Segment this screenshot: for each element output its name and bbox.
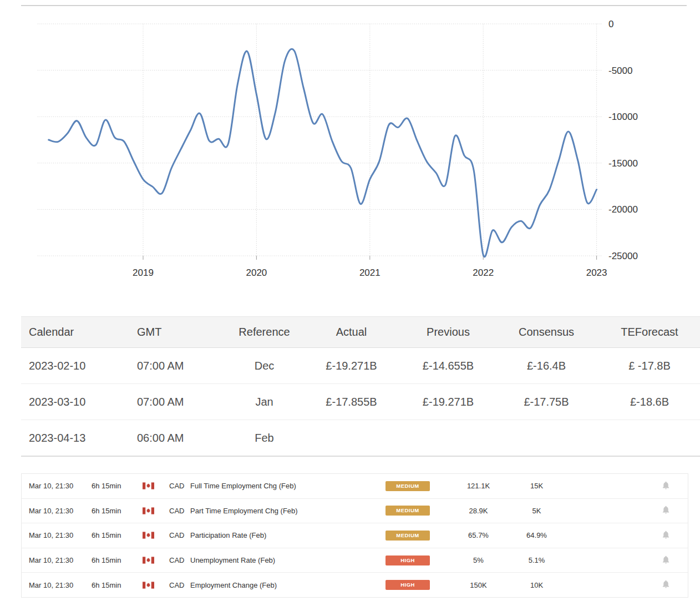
col-header-gmt: GMT — [133, 317, 224, 348]
actual-cell: £-17.855B — [305, 384, 398, 420]
event-row: Mar 10, 21:306h 15minCADParticipation Ra… — [22, 523, 688, 548]
bell-icon[interactable] — [661, 555, 671, 564]
x-axis-label: 2023 — [586, 267, 607, 278]
canada-flag-icon — [143, 532, 154, 539]
event-actual-value: 121.1K — [449, 482, 508, 490]
calendar-date-cell: 2023-02-10 — [21, 348, 133, 384]
actual-cell: £-19.271B — [305, 348, 398, 384]
event-consensus-value: 64.9% — [508, 531, 566, 539]
event-currency: CAD — [164, 556, 190, 564]
event-flag — [139, 557, 164, 564]
calendar-table-body: 2023-02-1007:00 AMDec£-19.271B£-14.655B£… — [21, 348, 700, 457]
reference-cell: Feb — [224, 420, 305, 457]
bell-icon[interactable] — [661, 579, 671, 589]
importance-badge: HIGH — [385, 556, 430, 565]
previous-cell: £-19.271B — [398, 384, 499, 420]
event-actual-value: 28.9K — [449, 507, 508, 515]
event-datetime: Mar 10, 21:30 — [29, 581, 92, 589]
calendar-table-header-row: Calendar GMT Reference Actual Previous C… — [21, 317, 700, 348]
importance-badge-cell: HIGH — [366, 580, 449, 590]
event-title[interactable]: Employment Change (Feb) — [190, 581, 366, 589]
event-datetime: Mar 10, 21:30 — [29, 556, 92, 564]
col-header-reference: Reference — [224, 317, 305, 348]
bell-icon[interactable] — [661, 530, 671, 539]
col-header-teforecast: TEForecast — [594, 317, 700, 348]
event-flag — [139, 532, 164, 539]
event-actual-value: 5% — [449, 556, 508, 564]
event-flag — [139, 507, 164, 514]
y-axis-label: -5000 — [608, 65, 632, 76]
event-title[interactable]: Part Time Employment Chg (Feb) — [190, 507, 366, 515]
col-header-consensus: Consensus — [499, 317, 594, 348]
y-axis-label: 0 — [608, 19, 613, 29]
col-header-calendar: Calendar — [21, 317, 133, 348]
event-currency: CAD — [164, 531, 190, 539]
bell-icon[interactable] — [661, 481, 671, 490]
event-datetime: Mar 10, 21:30 — [29, 482, 92, 490]
importance-badge: MEDIUM — [385, 481, 430, 491]
teforecast-cell — [594, 420, 700, 457]
event-row: Mar 10, 21:306h 15minCADFull Time Employ… — [22, 474, 688, 498]
consensus-cell: £-17.75B — [499, 384, 594, 420]
x-axis-label: 2022 — [473, 267, 494, 278]
event-datetime: Mar 10, 21:30 — [29, 531, 92, 539]
event-currency: CAD — [164, 581, 190, 589]
event-alert-button[interactable] — [649, 481, 682, 492]
event-flag — [139, 482, 164, 489]
events-list: Mar 10, 21:306h 15minCADFull Time Employ… — [21, 473, 688, 598]
y-axis-label: -25000 — [608, 251, 638, 261]
event-title[interactable]: Participation Rate (Feb) — [190, 531, 366, 539]
x-axis-label: 2021 — [359, 267, 381, 278]
event-datetime: Mar 10, 21:30 — [29, 507, 92, 515]
event-row: Mar 10, 21:306h 15minCADUnemployment Rat… — [22, 548, 688, 573]
canada-flag-icon — [143, 557, 154, 564]
importance-badge: MEDIUM — [385, 506, 430, 516]
y-axis-label: -10000 — [608, 112, 638, 122]
event-currency: CAD — [164, 482, 190, 490]
chart-line — [49, 49, 597, 256]
event-alert-button[interactable] — [649, 579, 682, 590]
y-axis-label: -15000 — [608, 158, 638, 169]
canada-flag-icon — [143, 507, 154, 514]
event-flag — [139, 582, 164, 589]
event-countdown: 6h 15min — [92, 507, 139, 515]
event-consensus-value: 5.1% — [508, 556, 566, 564]
event-alert-button[interactable] — [649, 505, 682, 516]
teforecast-cell: £ -17.8B — [594, 348, 700, 384]
importance-badge-cell: MEDIUM — [366, 506, 449, 516]
event-title[interactable]: Full Time Employment Chg (Feb) — [190, 482, 366, 490]
event-consensus-value: 15K — [508, 482, 566, 490]
gmt-cell: 07:00 AM — [133, 348, 224, 384]
event-consensus-value: 5K — [508, 507, 566, 515]
importance-badge-cell: HIGH — [366, 556, 449, 565]
teforecast-cell: £-18.6B — [594, 384, 700, 420]
event-countdown: 6h 15min — [92, 581, 139, 589]
table-row: 2023-04-1306:00 AMFeb — [21, 420, 700, 457]
event-consensus-value: 10K — [508, 581, 566, 589]
bell-icon[interactable] — [661, 505, 671, 514]
importance-badge: HIGH — [385, 580, 430, 590]
canada-flag-icon — [143, 482, 154, 489]
importance-badge-cell: MEDIUM — [366, 481, 449, 491]
canada-flag-icon — [143, 582, 154, 589]
event-currency: CAD — [164, 507, 190, 515]
table-row: 2023-03-1007:00 AMJan£-17.855B£-19.271B£… — [21, 384, 700, 420]
event-alert-button[interactable] — [649, 555, 682, 566]
reference-cell: Jan — [224, 384, 305, 420]
x-axis-label: 2019 — [133, 267, 154, 278]
event-alert-button[interactable] — [649, 530, 682, 541]
col-header-previous: Previous — [398, 317, 499, 348]
x-axis-label: 2020 — [246, 267, 267, 278]
event-countdown: 6h 15min — [92, 556, 139, 564]
event-countdown: 6h 15min — [92, 482, 139, 490]
event-actual-value: 65.7% — [449, 531, 508, 539]
table-row: 2023-02-1007:00 AMDec£-19.271B£-14.655B£… — [21, 348, 700, 384]
calendar-date-cell: 2023-03-10 — [21, 384, 133, 420]
previous-cell: £-14.655B — [398, 348, 499, 384]
page: 0-5000-10000-15000-20000-250002019202020… — [0, 0, 700, 606]
previous-cell — [398, 420, 499, 457]
reference-cell: Dec — [224, 348, 305, 384]
calendar-table: Calendar GMT Reference Actual Previous C… — [21, 316, 700, 457]
importance-badge-cell: MEDIUM — [366, 531, 449, 541]
event-title[interactable]: Unemployment Rate (Feb) — [190, 556, 366, 564]
